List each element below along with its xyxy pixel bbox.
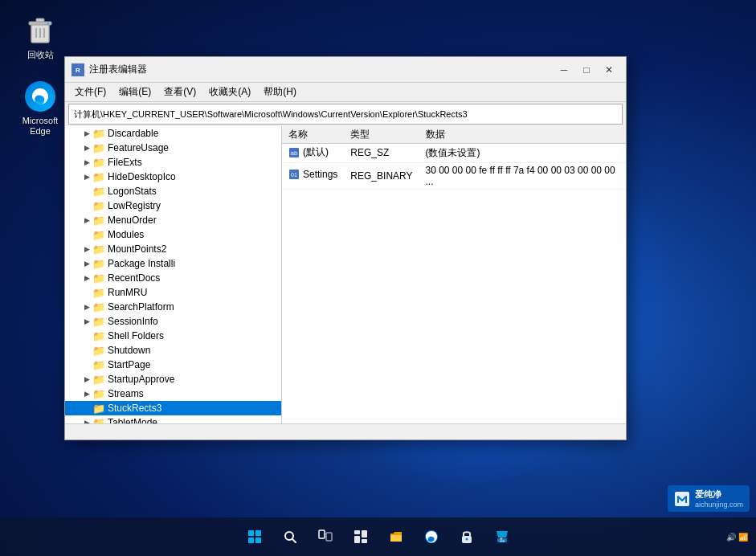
search-icon xyxy=(283,529,297,544)
desktop: 回收站 Microsoft Edge R 注册表编 xyxy=(0,0,756,556)
tree-item-runmru[interactable]: 📁 RunMRU xyxy=(65,285,281,300)
folder-icon: 📁 xyxy=(92,403,105,415)
tree-item-streams[interactable]: ▶ 📁 Streams xyxy=(65,386,281,401)
col-name: 名称 xyxy=(282,126,344,144)
tree-label: Streams xyxy=(108,388,144,399)
menu-file[interactable]: 文件(F) xyxy=(68,84,112,100)
edge-label: Microsoft Edge xyxy=(14,116,66,137)
tree-item-featureusage[interactable]: ▶ 📁 FeatureUsage xyxy=(65,141,281,155)
widgets-button[interactable] xyxy=(345,521,377,553)
close-button[interactable]: ✕ xyxy=(599,61,619,79)
taskview-button[interactable] xyxy=(309,521,341,553)
details-table: 名称 类型 数据 ab xyxy=(282,126,626,190)
tree-label: RunMRU xyxy=(108,287,147,298)
edge-taskbar-button[interactable] xyxy=(415,521,447,553)
expand-icon: ▶ xyxy=(81,390,92,398)
svg-rect-21 xyxy=(362,530,367,538)
table-row[interactable]: 01 Settings REG_BINARY 30 00 00 00 fe ff… xyxy=(282,162,626,189)
menu-favorites[interactable]: 收藏夹(A) xyxy=(202,84,257,100)
tree-item-mountpoints2[interactable]: ▶ 📁 MountPoints2 xyxy=(65,242,281,256)
folder-icon: 📁 xyxy=(92,417,105,424)
tree-item-tabletmode[interactable]: ▶ 📁 TabletMode xyxy=(65,415,281,423)
svg-line-17 xyxy=(292,539,296,542)
folder-icon: 📁 xyxy=(92,330,105,342)
taskbar: 🏪 🔊 📶 xyxy=(0,517,756,556)
address-bar[interactable]: 计算机\HKEY_CURRENT_USER\Software\Microsoft… xyxy=(68,104,623,125)
folder-icon: 📁 xyxy=(92,388,105,400)
minimize-button[interactable]: ─ xyxy=(554,61,574,79)
folder-icon: 📁 xyxy=(92,374,105,386)
title-icon: R xyxy=(72,63,84,76)
tree-item-logonstats[interactable]: 📁 LogonStats xyxy=(65,184,281,198)
row-data: 30 00 00 00 fe ff ff ff 7a f4 00 00 03 0… xyxy=(419,162,627,189)
tree-label: SessionInfo xyxy=(108,316,158,327)
svg-rect-20 xyxy=(354,530,360,534)
tree-item-shellfolders[interactable]: 📁 Shell Folders xyxy=(65,329,281,343)
watermark-url: aichunjing.com xyxy=(695,501,743,509)
tree-label: TabletMode xyxy=(108,417,157,423)
menu-help[interactable]: 帮助(H) xyxy=(257,84,303,100)
tree-label: LowRegistry xyxy=(108,200,161,211)
tree-label: StartPage xyxy=(108,359,150,370)
tree-item-menuorder[interactable]: ▶ 📁 MenuOrder xyxy=(65,213,281,227)
explorer-button[interactable] xyxy=(380,521,412,553)
tree-item-startpage[interactable]: 📁 StartPage xyxy=(65,358,281,372)
tree-item-hidedesktopicons[interactable]: ▶ 📁 HideDesktopIco xyxy=(65,170,281,184)
svg-rect-30 xyxy=(675,492,689,506)
tree-item-discardable[interactable]: ▶ 📁 Discardable xyxy=(65,126,281,141)
tree-item-modules[interactable]: 📁 Modules xyxy=(65,227,281,242)
tree-label: Shell Folders xyxy=(108,330,164,341)
folder-icon: 📁 xyxy=(92,345,105,357)
details-panel: 名称 类型 数据 ab xyxy=(282,126,626,423)
content-area: ▶ 📁 Discardable ▶ 📁 FeatureUsage ▶ 📁 Fil… xyxy=(65,126,626,423)
tree-label: LogonStats xyxy=(108,186,157,197)
tree-item-packageinstall[interactable]: ▶ 📁 Package Installi xyxy=(65,256,281,271)
menu-edit[interactable]: 编辑(E) xyxy=(112,84,157,100)
expand-icon: ▶ xyxy=(81,375,92,383)
svg-text:R: R xyxy=(76,67,80,74)
expand-icon: ▶ xyxy=(81,260,92,268)
tree-scroll[interactable]: ▶ 📁 Discardable ▶ 📁 FeatureUsage ▶ 📁 Fil… xyxy=(65,126,281,423)
tree-label: SearchPlatform xyxy=(108,301,174,313)
folder-icon: 📁 xyxy=(92,200,105,212)
tree-label: StuckRects3 xyxy=(108,403,161,414)
menu-view[interactable]: 查看(V) xyxy=(157,84,202,100)
col-type: 类型 xyxy=(344,126,419,144)
tree-item-stuckrects3[interactable]: 📁 StuckRects3 xyxy=(65,401,281,415)
window-controls[interactable]: ─ □ ✕ xyxy=(554,61,619,79)
tree-item-lowregistry[interactable]: 📁 LowRegistry xyxy=(65,198,281,213)
search-button[interactable] xyxy=(274,521,306,553)
folder-icon: 📁 xyxy=(92,229,105,241)
svg-rect-22 xyxy=(354,536,360,543)
tree-item-sessioninfo[interactable]: ▶ 📁 SessionInfo xyxy=(65,314,281,329)
tree-item-searchplatform[interactable]: ▶ 📁 SearchPlatform xyxy=(65,300,281,314)
tree-item-fileexts[interactable]: ▶ 📁 FileExts xyxy=(65,155,281,170)
tree-item-startupapproved[interactable]: ▶ 📁 StartupApprove xyxy=(65,372,281,386)
tree-label: RecentDocs xyxy=(108,272,160,284)
folder-icon: 📁 xyxy=(92,301,105,313)
table-row[interactable]: ab (默认) REG_SZ (数值未设置) xyxy=(282,144,626,163)
taskbar-icons: 🏪 xyxy=(239,521,518,553)
tree-item-recentdocs[interactable]: ▶ 📁 RecentDocs xyxy=(65,271,281,285)
svg-rect-15 xyxy=(255,538,261,543)
watermark-logo-icon xyxy=(674,491,690,507)
lock-button[interactable] xyxy=(451,521,483,553)
title-bar-left: R 注册表编辑器 xyxy=(72,63,147,76)
explorer-icon xyxy=(389,529,403,544)
expand-icon: ▶ xyxy=(81,216,92,224)
maximize-button[interactable]: □ xyxy=(576,61,597,79)
title-bar[interactable]: R 注册表编辑器 ─ □ ✕ xyxy=(65,57,626,83)
address-text: 计算机\HKEY_CURRENT_USER\Software\Microsoft… xyxy=(74,108,468,121)
clock: 🔊 📶 xyxy=(726,533,748,542)
store-button[interactable]: 🏪 xyxy=(486,521,518,553)
start-button[interactable] xyxy=(239,521,271,553)
folder-icon: 📁 xyxy=(92,171,105,183)
row-name: ab (默认) xyxy=(282,144,344,163)
status-bar xyxy=(65,423,626,439)
taskview-icon xyxy=(318,529,333,544)
tree-item-shutdown[interactable]: 📁 Shutdown xyxy=(65,343,281,358)
watermark: 爱纯净 aichunjing.com xyxy=(668,485,750,512)
recycle-bin-icon[interactable]: 回收站 xyxy=(11,11,69,63)
edge-icon[interactable]: Microsoft Edge xyxy=(11,77,69,140)
folder-icon: 📁 xyxy=(92,157,105,169)
